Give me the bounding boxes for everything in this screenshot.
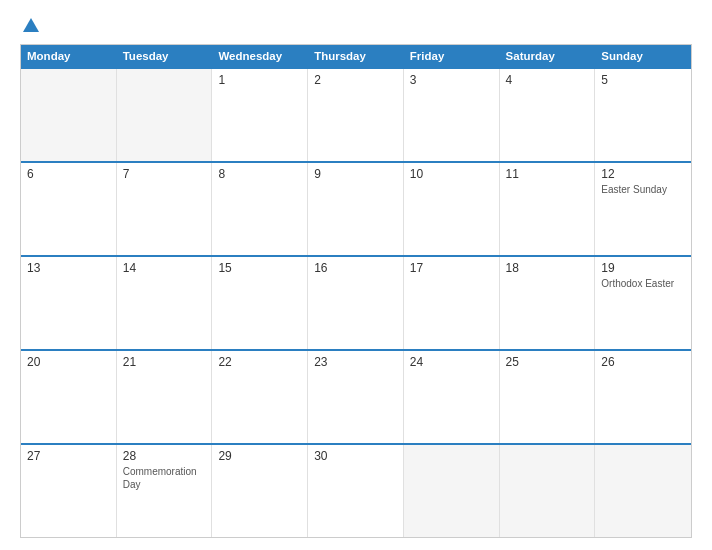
svg-marker-0 (23, 18, 39, 32)
calendar-cell (500, 445, 596, 537)
calendar-cell: 21 (117, 351, 213, 443)
calendar-cell (595, 445, 691, 537)
calendar-cell: 8 (212, 163, 308, 255)
day-number: 10 (410, 167, 493, 181)
calendar-cell: 1 (212, 69, 308, 161)
calendar-cell: 24 (404, 351, 500, 443)
calendar-cell: 11 (500, 163, 596, 255)
weekday-header-friday: Friday (404, 45, 500, 67)
day-number: 16 (314, 261, 397, 275)
weekday-header-sunday: Sunday (595, 45, 691, 67)
weekday-header-wednesday: Wednesday (212, 45, 308, 67)
calendar-cell: 19Orthodox Easter (595, 257, 691, 349)
day-number: 17 (410, 261, 493, 275)
day-number: 19 (601, 261, 685, 275)
day-number: 7 (123, 167, 206, 181)
day-number: 23 (314, 355, 397, 369)
calendar-cell: 6 (21, 163, 117, 255)
day-number: 26 (601, 355, 685, 369)
calendar-cell: 26 (595, 351, 691, 443)
weekday-header-thursday: Thursday (308, 45, 404, 67)
calendar-event: Easter Sunday (601, 184, 667, 195)
calendar-week-4: 20212223242526 (21, 349, 691, 443)
calendar-week-3: 13141516171819Orthodox Easter (21, 255, 691, 349)
calendar-week-2: 6789101112Easter Sunday (21, 161, 691, 255)
calendar-week-1: 12345 (21, 67, 691, 161)
day-number: 8 (218, 167, 301, 181)
day-number: 14 (123, 261, 206, 275)
calendar-cell: 29 (212, 445, 308, 537)
day-number: 3 (410, 73, 493, 87)
day-number: 4 (506, 73, 589, 87)
day-number: 20 (27, 355, 110, 369)
day-number: 22 (218, 355, 301, 369)
calendar-cell: 18 (500, 257, 596, 349)
calendar-event: Commemoration Day (123, 466, 197, 490)
day-number: 1 (218, 73, 301, 87)
calendar-cell: 2 (308, 69, 404, 161)
weekday-header-saturday: Saturday (500, 45, 596, 67)
page-header (20, 16, 692, 34)
calendar-cell: 30 (308, 445, 404, 537)
day-number: 21 (123, 355, 206, 369)
calendar-body: 123456789101112Easter Sunday131415161718… (21, 67, 691, 537)
calendar-cell: 4 (500, 69, 596, 161)
day-number: 2 (314, 73, 397, 87)
day-number: 28 (123, 449, 206, 463)
logo (20, 16, 40, 34)
day-number: 5 (601, 73, 685, 87)
calendar-cell: 12Easter Sunday (595, 163, 691, 255)
calendar-cell (404, 445, 500, 537)
logo-triangle-icon (22, 16, 40, 34)
calendar-page: MondayTuesdayWednesdayThursdayFridaySatu… (0, 0, 712, 550)
weekday-header-tuesday: Tuesday (117, 45, 213, 67)
day-number: 13 (27, 261, 110, 275)
calendar-cell: 13 (21, 257, 117, 349)
day-number: 27 (27, 449, 110, 463)
day-number: 6 (27, 167, 110, 181)
day-number: 24 (410, 355, 493, 369)
calendar-cell: 10 (404, 163, 500, 255)
calendar-cell (117, 69, 213, 161)
day-number: 12 (601, 167, 685, 181)
calendar-cell: 28Commemoration Day (117, 445, 213, 537)
calendar-cell: 5 (595, 69, 691, 161)
day-number: 15 (218, 261, 301, 275)
calendar-cell: 17 (404, 257, 500, 349)
day-number: 25 (506, 355, 589, 369)
calendar-cell: 22 (212, 351, 308, 443)
day-number: 29 (218, 449, 301, 463)
calendar-cell (21, 69, 117, 161)
calendar-event: Orthodox Easter (601, 278, 674, 289)
calendar-cell: 14 (117, 257, 213, 349)
calendar-cell: 7 (117, 163, 213, 255)
calendar-cell: 16 (308, 257, 404, 349)
day-number: 9 (314, 167, 397, 181)
weekday-header-monday: Monday (21, 45, 117, 67)
day-number: 11 (506, 167, 589, 181)
calendar-cell: 3 (404, 69, 500, 161)
calendar-grid: MondayTuesdayWednesdayThursdayFridaySatu… (20, 44, 692, 538)
day-number: 30 (314, 449, 397, 463)
calendar-cell: 23 (308, 351, 404, 443)
calendar-cell: 25 (500, 351, 596, 443)
weekday-header-row: MondayTuesdayWednesdayThursdayFridaySatu… (21, 45, 691, 67)
calendar-cell: 15 (212, 257, 308, 349)
calendar-week-5: 2728Commemoration Day2930 (21, 443, 691, 537)
calendar-cell: 20 (21, 351, 117, 443)
day-number: 18 (506, 261, 589, 275)
calendar-cell: 9 (308, 163, 404, 255)
calendar-cell: 27 (21, 445, 117, 537)
